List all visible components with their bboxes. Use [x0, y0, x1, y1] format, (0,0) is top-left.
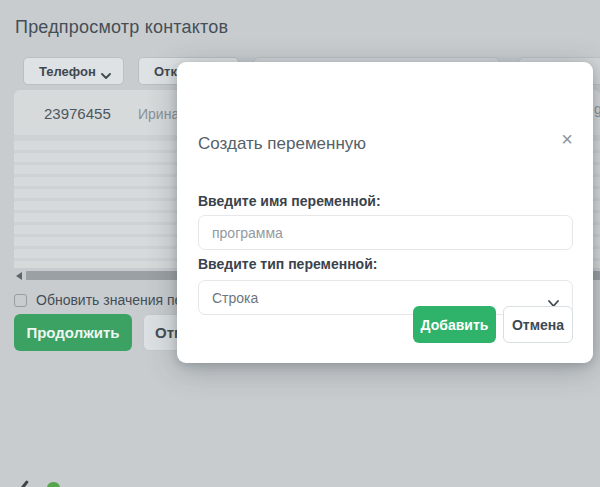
modal-footer: Добавить Отмена: [413, 306, 573, 343]
add-button[interactable]: Добавить: [413, 306, 496, 343]
edit-icon-fragment: [20, 480, 29, 487]
update-variables-label: Обновить значения пер: [36, 292, 190, 308]
modal-title: Создать переменную: [198, 134, 366, 154]
update-variables-option[interactable]: Обновить значения пер: [14, 292, 190, 308]
variable-name-input[interactable]: [198, 215, 573, 250]
green-dot-icon-fragment: [47, 482, 60, 487]
phone-column-dropdown-label: Телефон: [24, 64, 96, 79]
create-variable-modal: Создать переменную × Введите имя перемен…: [177, 62, 593, 363]
phone-column-dropdown[interactable]: Телефон: [23, 57, 124, 85]
contact-name: Ирина: [138, 106, 179, 122]
chevron-down-icon: [101, 68, 111, 83]
update-variables-checkbox[interactable]: [14, 294, 27, 307]
continue-button[interactable]: Продолжить: [14, 314, 132, 351]
variable-name-label: Введите имя переменной:: [198, 193, 381, 209]
page-title: Предпросмотр контактов: [15, 17, 228, 38]
scroll-left-arrow-icon[interactable]: [16, 272, 22, 280]
close-icon[interactable]: ×: [561, 129, 573, 149]
variable-type-selected-value: Строка: [212, 290, 258, 306]
variable-type-label: Введите тип переменной:: [198, 256, 377, 272]
modal-cancel-button[interactable]: Отмена: [503, 306, 573, 343]
contact-right-fragment: g: [594, 101, 600, 117]
contact-phone: 23976455: [44, 105, 111, 122]
